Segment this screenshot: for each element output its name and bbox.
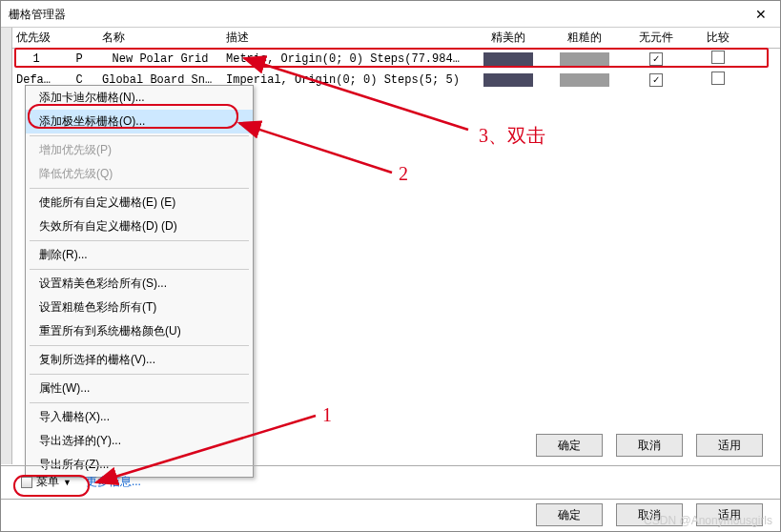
fine-swatch <box>483 73 533 87</box>
ok-button[interactable]: 确定 <box>536 434 603 457</box>
separator <box>30 135 249 136</box>
col-coarse[interactable]: 粗糙的 <box>546 30 623 46</box>
menu-props[interactable]: 属性(W)... <box>26 377 253 400</box>
menu-reset-colors[interactable]: 重置所有到系统栅格颜色(U) <box>26 319 253 343</box>
menu-add-cartesian[interactable]: 添加卡迪尔栅格(N)... <box>26 86 253 110</box>
annotation-2: 2 <box>399 163 408 185</box>
menu-enable-all[interactable]: 使能所有自定义栅格(E) (E) <box>26 191 253 215</box>
close-icon[interactable]: ✕ <box>750 1 772 27</box>
menu-inc-priority: 增加优先级(P) <box>26 138 253 162</box>
cell-coarse[interactable] <box>546 73 623 87</box>
cancel-button[interactable]: 取消 <box>616 503 683 526</box>
context-menu: 添加卡迪尔栅格(N)... 添加极坐标栅格(O)... 增加优先级(P) 降低优… <box>25 85 254 478</box>
menu-icon <box>21 477 32 488</box>
cell-type: P <box>60 52 98 66</box>
cell-nocomp[interactable]: ✓ <box>623 52 689 66</box>
coarse-swatch <box>560 73 609 87</box>
menu-add-polar[interactable]: 添加极坐标栅格(O)... <box>26 110 253 133</box>
cell-coarse[interactable] <box>546 52 623 66</box>
col-compare[interactable]: 比较 <box>689 30 747 46</box>
checkbox-icon <box>711 72 725 85</box>
checkbox-icon <box>711 51 725 64</box>
menu-export-sel[interactable]: 导出选择的(Y)... <box>26 429 253 453</box>
apply-button[interactable]: 适用 <box>696 503 763 526</box>
cancel-button[interactable]: 取消 <box>616 434 683 457</box>
separator <box>30 240 249 241</box>
cell-priority: 1 <box>12 52 60 66</box>
more-info-link[interactable]: 更多信息... <box>86 474 141 490</box>
button-bar-outer: 确定 取消 适用 <box>536 503 763 526</box>
cell-name: New Polar Grid <box>98 52 222 66</box>
cell-desc: Imperial, Origin(0; 0) Steps(5; 5) <box>222 73 470 87</box>
table-row[interactable]: 1 P New Polar Grid Metric, Origin(0; 0) … <box>1 49 780 70</box>
annotation-1: 1 <box>322 404 332 426</box>
separator <box>30 345 249 346</box>
checkbox-icon: ✓ <box>649 52 663 66</box>
menu-disable-all[interactable]: 失效所有自定义栅格(D) (D) <box>26 215 253 238</box>
menu-import[interactable]: 导入栅格(X)... <box>26 405 253 429</box>
separator <box>30 402 249 403</box>
menu-button-label: 菜单 <box>36 474 59 490</box>
separator <box>30 188 249 189</box>
cell-desc: Metric, Origin(0; 0) Steps(77.984; 60 <box>222 52 470 66</box>
button-bar-inner: 确定 取消 适用 <box>536 434 763 457</box>
col-nocomp[interactable]: 无元件 <box>623 30 689 46</box>
cell-fine[interactable] <box>470 52 546 66</box>
cell-nocomp[interactable]: ✓ <box>623 73 689 87</box>
checkbox-icon: ✓ <box>649 73 663 87</box>
annotation-3: 3、双击 <box>479 123 545 149</box>
cell-fine[interactable] <box>470 73 546 87</box>
col-desc[interactable]: 描述 <box>222 30 470 46</box>
left-gutter <box>1 28 12 464</box>
footer-menu-bar: 菜单 ▼ 更多信息... <box>1 465 780 498</box>
apply-button[interactable]: 适用 <box>696 434 763 457</box>
ok-button[interactable]: 确定 <box>536 503 603 526</box>
col-fine[interactable]: 精美的 <box>470 30 546 46</box>
titlebar: 栅格管理器 ✕ <box>1 1 780 28</box>
separator <box>30 269 249 270</box>
footer-outer: 确定 取消 适用 <box>1 499 780 531</box>
coarse-swatch <box>560 52 609 66</box>
window-title: 栅格管理器 <box>9 1 66 27</box>
col-priority[interactable]: 优先级 <box>12 30 98 46</box>
menu-copy-sel[interactable]: 复制所选择的栅格(V)... <box>26 348 253 372</box>
table-header: 优先级 名称 描述 精美的 粗糙的 无元件 比较 <box>1 28 780 49</box>
menu-dec-priority: 降低优先级(Q) <box>26 162 253 186</box>
cell-compare[interactable] <box>689 72 747 89</box>
chevron-down-icon: ▼ <box>63 478 72 487</box>
menu-delete[interactable]: 删除(R)... <box>26 243 253 267</box>
menu-set-fine[interactable]: 设置精美色彩给所有(S)... <box>26 272 253 296</box>
fine-swatch <box>483 52 533 66</box>
menu-set-coarse[interactable]: 设置粗糙色彩给所有(T) <box>26 296 253 319</box>
col-name[interactable]: 名称 <box>98 30 222 46</box>
cell-compare[interactable] <box>689 51 747 68</box>
separator <box>30 374 249 375</box>
menu-button[interactable]: 菜单 ▼ <box>14 471 78 493</box>
svg-line-1 <box>239 123 392 173</box>
